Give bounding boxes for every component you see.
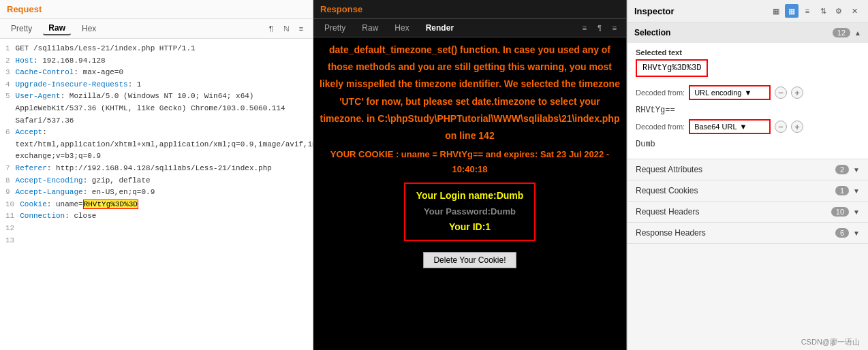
response-headers-badge: 6 [835, 228, 849, 238]
response-tab-render[interactable]: Render [420, 22, 459, 34]
request-tab-hex[interactable]: Hex [76, 22, 102, 35]
request-cookies-badge: 1 [835, 186, 849, 195]
decoded-row-2: Decoded from: Base64 URL ▼ − + [636, 119, 860, 134]
selection-body: Selected text RHVtYg%3D%3D Decoded from:… [627, 43, 868, 159]
base64-dropdown[interactable]: Base64 URL ▼ [689, 119, 771, 134]
chevron-down-icon-4: ▼ [853, 229, 860, 237]
chevron-down-icon-2: ▼ [853, 187, 860, 195]
selection-badge: 12 [833, 28, 850, 37]
decoded-from-label-1: Decoded from: [636, 89, 685, 97]
request-panel: Request Pretty Raw Hex ¶ ℕ ≡ 1GET /sqlil… [0, 0, 313, 350]
response-content: date_default_timezone_set() function. In… [313, 37, 626, 350]
decoded-row-1: Decoded from: URL encoding ▼ − + [636, 85, 860, 100]
request-icon-paragraph[interactable]: ¶ [265, 22, 277, 35]
response-tab-hex[interactable]: Hex [389, 22, 414, 34]
inspector-icon-settings[interactable]: ⚙ [832, 4, 846, 18]
response-icon-2[interactable]: ¶ [593, 22, 606, 34]
response-main-text: date_default_timezone_set() function. In… [319, 42, 621, 144]
response-tab-pretty[interactable]: Pretty [319, 22, 351, 34]
user-id: Your ID:1 [416, 219, 524, 236]
table-row: 3Cache-Control: max-age=0 [5, 67, 307, 79]
minus-button-2[interactable]: − [775, 121, 787, 133]
request-icon-menu[interactable]: ≡ [295, 22, 307, 35]
minus-button-1[interactable]: − [775, 86, 787, 99]
csdn-footer: CSDN@廖一语山 [627, 334, 868, 350]
inspector-panel: Inspector ▦ ▦ ≡ ⇅ ⚙ ✕ Selection 12 ▲ Sel… [627, 0, 868, 350]
selected-text-label: Selected text [636, 48, 860, 57]
plus-button-2[interactable]: + [791, 121, 803, 133]
inspector-icon-lines[interactable]: ≡ [801, 4, 814, 18]
request-tab-raw[interactable]: Raw [43, 22, 71, 35]
login-name: Your Login name:Dumb [416, 188, 524, 204]
response-panel: Response Pretty Raw Hex Render ≡ ¶ ≡ dat… [313, 0, 627, 350]
table-row: 7Referer: http://192.168.94.128/sqlilabs… [5, 163, 307, 175]
response-headers-row[interactable]: Response Headers 6 ▼ [627, 223, 868, 244]
chevron-up-icon: ▲ [854, 29, 861, 37]
response-tab-raw[interactable]: Raw [356, 22, 384, 34]
request-cookies-row[interactable]: Request Cookies 1 ▼ [627, 180, 868, 202]
chevron-down-icon-1: ▼ [853, 166, 860, 174]
request-tab-pretty[interactable]: Pretty [5, 22, 37, 35]
decoded-result-1: RHVtYg== [636, 104, 860, 119]
table-row: 1GET /sqlilabs/Less-21/index.php HTTP/1.… [5, 43, 307, 55]
plus-button-1[interactable]: + [791, 86, 803, 99]
inspector-icon-group: ▦ ▦ ≡ ⇅ ⚙ ✕ [769, 4, 861, 18]
delete-cookie-button[interactable]: Delete Your Cookie! [423, 252, 516, 268]
request-icon-paragraph2[interactable]: ℕ [280, 22, 292, 35]
url-encoding-value: URL encoding [694, 89, 741, 97]
decoded-from-label-2: Decoded from: [636, 123, 685, 131]
response-tab-bar: Pretty Raw Hex Render ≡ ¶ ≡ [313, 19, 626, 37]
request-attributes-row[interactable]: Request Attributes 2 ▼ [627, 159, 868, 180]
request-attributes-badge: 2 [835, 165, 849, 174]
selection-header[interactable]: Selection 12 ▲ [627, 22, 868, 43]
request-tab-icons: ¶ ℕ ≡ [265, 22, 307, 35]
table-row: 2Host: 192.168.94.128 [5, 55, 307, 67]
request-tab-bar: Pretty Raw Hex ¶ ℕ ≡ [0, 19, 313, 39]
selection-section: Selection 12 ▲ Selected text RHVtYg%3D%3… [627, 22, 868, 159]
request-content: 1GET /sqlilabs/Less-21/index.php HTTP/1.… [0, 39, 313, 350]
request-cookies-label: Request Cookies [636, 186, 835, 195]
table-row: 9Accept-Language: en-US,en;q=0.9 [5, 187, 307, 199]
request-headers-badge: 10 [831, 207, 849, 217]
table-row: 5User-Agent: Mozilla/5.0 (Windows NT 10.… [5, 91, 307, 127]
selection-header-title: Selection [634, 28, 833, 37]
request-attributes-label: Request Attributes [636, 165, 835, 174]
base64-value: Base64 URL [694, 123, 737, 131]
dropdown-arrow-icon-2: ▼ [740, 123, 747, 131]
inspector-title: Inspector [634, 6, 769, 16]
login-box: Your Login name:Dumb Your Password:Dumb … [404, 182, 536, 241]
inspector-icon-grid1[interactable]: ▦ [769, 4, 783, 18]
url-encoding-dropdown[interactable]: URL encoding ▼ [689, 85, 771, 100]
request-title: Request [0, 0, 313, 19]
dropdown-arrow-icon: ▼ [744, 89, 751, 97]
table-row: 4Upgrade-Insecure-Requests: 1 [5, 79, 307, 91]
password: Your Password:Dumb [416, 204, 524, 219]
response-title: Response [313, 0, 626, 19]
response-icon-1[interactable]: ≡ [578, 22, 591, 34]
cookie-info-text: YOUR COOKIE : uname = RHVtYg== and expir… [319, 147, 621, 177]
chevron-down-icon-3: ▼ [853, 208, 860, 216]
table-row: 8Accept-Encoding: gzip, deflate [5, 175, 307, 187]
inspector-icon-grid2[interactable]: ▦ [785, 4, 799, 18]
request-headers-label: Request Headers [636, 207, 831, 217]
inspector-header: Inspector ▦ ▦ ≡ ⇅ ⚙ ✕ [627, 0, 868, 22]
request-headers-row[interactable]: Request Headers 10 ▼ [627, 202, 868, 223]
cookie-value: RHVtYg%3D%3D [83, 200, 138, 209]
cookie-line: 10 Cookie: uname=RHVtYg%3D%3D [5, 199, 307, 211]
response-headers-label: Response Headers [636, 228, 835, 238]
table-row: 11Connection: close [5, 210, 307, 223]
inspector-icon-close[interactable]: ✕ [848, 4, 861, 18]
table-row: 13 [5, 235, 307, 247]
table-row: 12 [5, 223, 307, 235]
response-icons: ≡ ¶ ≡ [578, 22, 621, 34]
inspector-icon-sort[interactable]: ⇅ [816, 4, 830, 18]
response-icon-menu[interactable]: ≡ [608, 22, 621, 34]
decoded-result-2: Dumb [636, 138, 860, 153]
selected-text-value: RHVtYg%3D%3D [636, 59, 708, 77]
table-row: 6Accept: text/html,application/xhtml+xml… [5, 127, 307, 163]
